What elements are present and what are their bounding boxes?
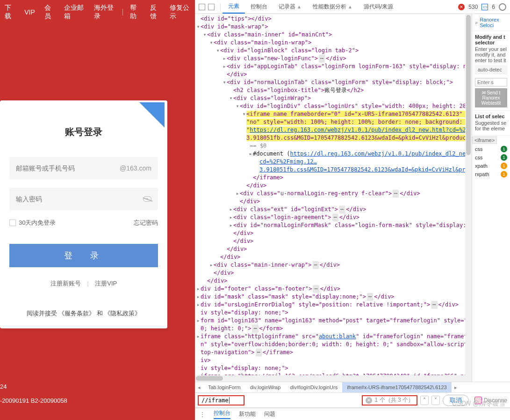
- login-button[interactable]: 登 录: [9, 244, 158, 267]
- tos-link[interactable]: 《服务条款》: [58, 310, 95, 317]
- privacy-link[interactable]: 《隐私政策》: [104, 310, 141, 317]
- nav-item[interactable]: 会员: [44, 4, 55, 21]
- scrollbar-vertical[interactable]: [465, 14, 472, 375]
- checkbox-icon: [9, 220, 16, 226]
- side-heading: selector: [475, 40, 507, 45]
- nav-item[interactable]: 帮助: [130, 4, 140, 21]
- remember-label: 30天内免登录: [19, 219, 56, 227]
- elements-tree[interactable]: <div id="tips"></div> <div id="mask-wrap…: [195, 14, 472, 382]
- domain-suffix: @163.com: [120, 164, 151, 172]
- devtools-tabs: 元素 控制台 记录器▲ 性能数据分析▲ 源代码/来源 ✕ 530 ▭ 6: [195, 0, 510, 14]
- breadcrumb: ◂ Tab.loginForm div.loginWrap div#loginD…: [195, 382, 510, 393]
- drawer-tab-console[interactable]: 控制台: [214, 409, 230, 419]
- prev-match-icon[interactable]: ˄: [420, 396, 429, 405]
- device-icon[interactable]: [208, 4, 215, 10]
- side-desc: Enter your sel modify it, and enter to t…: [475, 46, 507, 63]
- crumb-item[interactable]: div#loginDiv.loginUrs: [285, 382, 342, 392]
- side-heading: Modify and t: [475, 34, 507, 40]
- qr-login-icon[interactable]: [139, 102, 165, 128]
- selector-item[interactable]: xpath1: [472, 162, 510, 170]
- watermark: CSDN @清冬暖雪: [452, 399, 505, 408]
- login-card: 账号登录 @163.com 30天内免登录 忘记密码 登 录 注册新账号 |: [0, 100, 167, 328]
- error-count: 530: [468, 4, 478, 10]
- password-row: [9, 188, 158, 210]
- list-title: List of selec: [475, 114, 507, 119]
- clear-icon[interactable]: ✕: [366, 397, 372, 404]
- password-input[interactable]: [16, 195, 143, 203]
- nav-item[interactable]: VIP: [24, 8, 35, 16]
- next-match-icon[interactable]: ˅: [431, 396, 440, 405]
- terms-text: 阅读并接受 《服务条款》 和 《隐私政策》: [9, 309, 158, 318]
- separator: |: [87, 280, 88, 287]
- tab-elements[interactable]: 元素: [223, 0, 245, 14]
- scrollbar-horizontal[interactable]: [195, 375, 472, 382]
- more-icon[interactable]: ⋮: [200, 411, 205, 418]
- crumb-prev-icon[interactable]: ◂: [195, 384, 203, 391]
- crumb-item[interactable]: div.loginWrap: [245, 382, 286, 392]
- nav-item[interactable]: 反馈: [150, 4, 160, 21]
- side-panel: Ranorex Seloci Modify and t selector Ent…: [472, 14, 510, 382]
- drawer-tab-new[interactable]: 新功能: [239, 410, 256, 418]
- inspect-icon[interactable]: [199, 4, 205, 10]
- register-link[interactable]: 注册新账号: [50, 280, 81, 287]
- register-vip-link[interactable]: 注册VIP: [95, 280, 117, 287]
- footer-text: 24 -20090191 B2-20090058: [0, 381, 67, 409]
- crumb-next-icon[interactable]: ▸: [452, 384, 460, 391]
- element-tag: <iframe>: [472, 136, 497, 144]
- selector-input[interactable]: [475, 78, 507, 86]
- selector-item[interactable]: rxpath1: [472, 170, 510, 178]
- drawer-tabs: ⋮ 控制台 新功能 问题: [195, 408, 510, 420]
- nav-item[interactable]: 海外登录: [94, 4, 115, 21]
- info-badge-icon[interactable]: ▭: [481, 4, 488, 10]
- top-nav: 下载 VIP 会员 企业邮箱 海外登录 帮助 反馈 修复公示: [0, 0, 195, 24]
- info-count: 6: [492, 4, 495, 10]
- drawer-tab-issues[interactable]: 问题: [264, 410, 275, 418]
- remember-checkbox[interactable]: 30天内免登录: [9, 219, 56, 227]
- crumb-item-selected[interactable]: iframe#x-URS-iframe1705477882542\.6123: [342, 382, 451, 392]
- nav-item[interactable]: 下载: [5, 4, 15, 21]
- selector-item[interactable]: css1: [472, 153, 510, 162]
- devtools-panel: 元素 控制台 记录器▲ 性能数据分析▲ 源代码/来源 ✕ 530 ▭ 6 <di…: [195, 0, 510, 420]
- match-count: ✕ 1 个（共 3 个）: [362, 395, 417, 406]
- toggle-password-icon[interactable]: [143, 196, 151, 202]
- error-badge-icon[interactable]: ✕: [458, 4, 465, 10]
- send-button[interactable]: ✉ Send t Ranorex Webtestit: [475, 88, 507, 107]
- nav-item[interactable]: 企业邮箱: [64, 4, 85, 21]
- mode-select[interactable]: auto-detec: [475, 65, 507, 74]
- tab-recorder[interactable]: 记录器▲: [273, 0, 307, 14]
- username-input[interactable]: [16, 164, 120, 172]
- list-desc: Suggested se for the eleme: [475, 120, 507, 131]
- divider: [122, 9, 123, 15]
- forgot-password-link[interactable]: 忘记密码: [134, 219, 158, 227]
- nav-item[interactable]: 修复公示: [170, 4, 190, 21]
- tab-performance[interactable]: 性能数据分析▲: [307, 0, 358, 14]
- tab-console[interactable]: 控制台: [245, 0, 273, 14]
- username-row: @163.com: [9, 157, 158, 179]
- selector-item[interactable]: css1: [472, 145, 510, 153]
- side-title[interactable]: Ranorex Seloci: [472, 14, 510, 31]
- crumb-item[interactable]: Tab.loginForm: [203, 382, 245, 392]
- tab-sources[interactable]: 源代码/来源: [358, 0, 399, 14]
- settings-icon[interactable]: [499, 3, 506, 11]
- search-input[interactable]: //iframe: [198, 395, 244, 406]
